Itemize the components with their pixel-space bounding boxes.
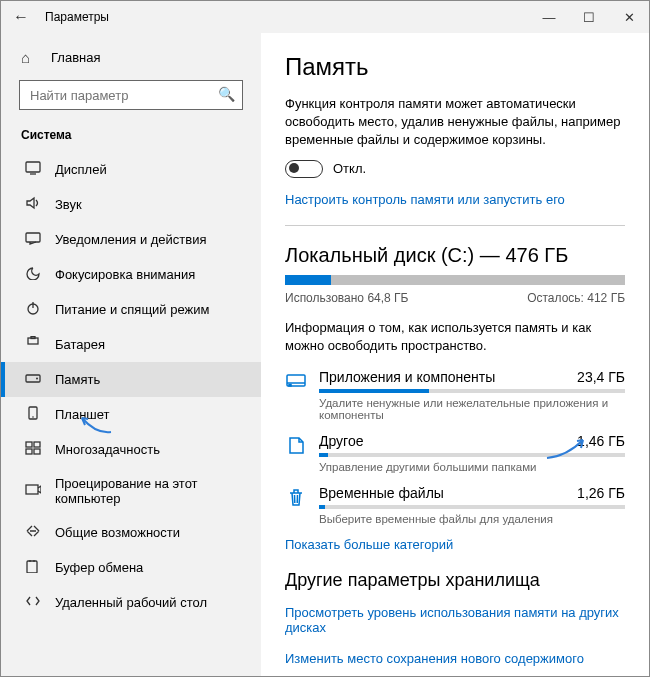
sidebar-item-5[interactable]: Батарея (1, 327, 261, 362)
titlebar: ← Параметры — ☐ ✕ (1, 1, 649, 33)
svg-rect-14 (34, 449, 40, 454)
svg-rect-19 (289, 384, 291, 386)
toggle-label: Откл. (333, 161, 366, 176)
close-button[interactable]: ✕ (609, 10, 649, 25)
nav-icon (25, 266, 41, 283)
category-icon (285, 371, 307, 391)
window-title: Параметры (41, 10, 529, 24)
sidebar-home-label: Главная (51, 50, 100, 65)
sidebar-item-2[interactable]: Уведомления и действия (1, 222, 261, 257)
svg-point-8 (36, 378, 38, 380)
search-icon: 🔍 (218, 86, 235, 102)
category-size: 1,46 ГБ (577, 433, 625, 449)
category-bar (319, 505, 625, 509)
svg-rect-16 (27, 561, 37, 573)
nav-icon (25, 371, 41, 388)
disk-usage-bar (285, 275, 625, 285)
category-size: 1,26 ГБ (577, 485, 625, 501)
sidebar-item-label: Батарея (55, 337, 105, 352)
svg-rect-15 (26, 485, 38, 494)
disk-free-label: Осталось: 412 ГБ (527, 291, 625, 305)
sidebar-item-3[interactable]: Фокусировка внимания (1, 257, 261, 292)
sidebar-item-label: Память (55, 372, 100, 387)
svg-rect-12 (34, 442, 40, 447)
nav-icon (25, 594, 41, 611)
sidebar-item-label: Дисплей (55, 162, 107, 177)
disk-info-text: Информация о том, как используется памят… (285, 319, 625, 355)
nav-icon (25, 559, 41, 576)
svg-rect-13 (26, 449, 32, 454)
category-name: Другое (319, 433, 363, 449)
page-title: Память (285, 53, 625, 81)
storage-category-2[interactable]: Временные файлы 1,26 ГБ Выберите временн… (285, 485, 625, 525)
category-icon (285, 435, 307, 455)
nav-icon (25, 524, 41, 541)
storage-category-1[interactable]: Другое 1,46 ГБ Управление другими больши… (285, 433, 625, 473)
svg-point-10 (32, 416, 34, 418)
sidebar-item-label: Проецирование на этот компьютер (55, 476, 241, 506)
sidebar-item-10[interactable]: Общие возможности (1, 515, 261, 550)
nav-icon (25, 441, 41, 458)
sidebar-section-label: Система (1, 124, 261, 152)
storage-category-0[interactable]: Приложения и компоненты 23,4 ГБ Удалите … (285, 369, 625, 421)
configure-storage-sense-link[interactable]: Настроить контроль памяти или запустить … (285, 192, 565, 207)
svg-rect-11 (26, 442, 32, 447)
divider (285, 225, 625, 226)
disk-title: Локальный диск (C:) — 476 ГБ (285, 244, 625, 267)
view-other-drives-link[interactable]: Просмотреть уровень использования памяти… (285, 605, 625, 635)
content-area: Память Функция контроля памяти может авт… (261, 33, 649, 676)
sidebar: ⌂ Главная 🔍 Система ДисплейЗвукУведомлен… (1, 33, 261, 676)
sidebar-item-9[interactable]: Проецирование на этот компьютер (1, 467, 261, 515)
sidebar-item-11[interactable]: Буфер обмена (1, 550, 261, 585)
sidebar-item-8[interactable]: Многозадачность (1, 432, 261, 467)
category-hint: Выберите временные файлы для удаления (319, 513, 625, 525)
nav-icon (25, 231, 41, 248)
category-bar (319, 453, 625, 457)
sidebar-item-label: Планшет (55, 407, 110, 422)
sidebar-item-4[interactable]: Питание и спящий режим (1, 292, 261, 327)
back-button[interactable]: ← (1, 8, 41, 26)
home-icon: ⌂ (21, 49, 37, 66)
category-icon (285, 487, 307, 507)
maximize-button[interactable]: ☐ (569, 10, 609, 25)
sidebar-item-1[interactable]: Звук (1, 187, 261, 222)
sidebar-item-label: Многозадачность (55, 442, 160, 457)
sidebar-item-label: Буфер обмена (55, 560, 143, 575)
storage-sense-description: Функция контроля памяти может автоматиче… (285, 95, 625, 150)
nav-icon (25, 336, 41, 353)
sidebar-item-0[interactable]: Дисплей (1, 152, 261, 187)
sidebar-item-label: Общие возможности (55, 525, 180, 540)
category-name: Временные файлы (319, 485, 444, 501)
svg-rect-0 (26, 162, 40, 172)
category-hint: Удалите ненужные или нежелательные прило… (319, 397, 625, 421)
minimize-button[interactable]: — (529, 10, 569, 25)
other-storage-title: Другие параметры хранилища (285, 570, 625, 591)
sidebar-item-7[interactable]: Планшет (1, 397, 261, 432)
sidebar-item-label: Фокусировка внимания (55, 267, 195, 282)
search-box: 🔍 (19, 80, 243, 110)
svg-rect-2 (26, 233, 40, 242)
show-more-categories-link[interactable]: Показать больше категорий (285, 537, 453, 552)
category-size: 23,4 ГБ (577, 369, 625, 385)
disk-used-label: Использовано 64,8 ГБ (285, 291, 408, 305)
storage-sense-toggle[interactable] (285, 160, 323, 178)
sidebar-item-6[interactable]: Память (1, 362, 261, 397)
sidebar-item-label: Уведомления и действия (55, 232, 207, 247)
sidebar-home[interactable]: ⌂ Главная (1, 43, 261, 76)
category-name: Приложения и компоненты (319, 369, 495, 385)
sidebar-item-12[interactable]: Удаленный рабочий стол (1, 585, 261, 620)
nav-icon (25, 483, 41, 500)
change-save-location-link[interactable]: Изменить место сохранения нового содержи… (285, 651, 625, 666)
category-hint: Управление другими большими папками (319, 461, 625, 473)
sidebar-item-label: Звук (55, 197, 82, 212)
search-input[interactable] (19, 80, 243, 110)
nav-icon (25, 406, 41, 423)
sidebar-item-label: Питание и спящий режим (55, 302, 209, 317)
sidebar-item-label: Удаленный рабочий стол (55, 595, 207, 610)
nav-icon (25, 196, 41, 213)
nav-icon (25, 161, 41, 178)
category-bar (319, 389, 625, 393)
nav-icon (25, 301, 41, 318)
